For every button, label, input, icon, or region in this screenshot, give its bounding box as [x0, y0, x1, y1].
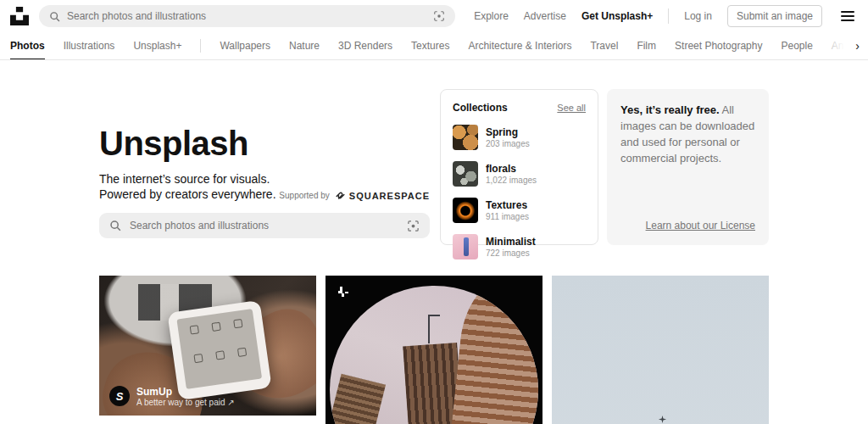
collection-name: Textures: [486, 199, 529, 211]
main-content: Unsplash The internet’s source for visua…: [99, 89, 769, 424]
nav-category-textures[interactable]: Textures: [411, 40, 449, 52]
sponsor-tagline[interactable]: A better way to get paid ↗: [136, 398, 235, 407]
squarespace-logo[interactable]: SQUARESPACE: [335, 190, 430, 201]
hero-section: Unsplash The internet’s source for visua…: [99, 89, 430, 245]
collection-item-minimalist[interactable]: Minimalist 722 images: [453, 234, 586, 259]
sponsor-overlay[interactable]: S SumUp A better way to get paid ↗: [109, 386, 235, 407]
visual-search-icon[interactable]: [407, 220, 420, 232]
collection-item-florals[interactable]: florals 1,022 images: [453, 161, 586, 187]
squarespace-icon: [335, 190, 346, 201]
nav-scroll-fade: ›: [809, 32, 868, 59]
license-link[interactable]: Learn about our License: [646, 220, 755, 232]
photo-fisheye-buildings[interactable]: [326, 276, 542, 424]
top-header: Explore Advertise Get Unsplash+ Log in S…: [0, 0, 868, 32]
sponsor-name: SQUARESPACE: [349, 191, 430, 201]
get-unsplash-plus-link[interactable]: Get Unsplash+: [581, 10, 653, 22]
collection-count: 203 images: [486, 139, 530, 148]
collection-name: Minimalist: [486, 236, 536, 248]
search-icon: [109, 220, 121, 232]
hamburger-menu-icon[interactable]: [837, 8, 858, 25]
collection-count: 1,022 images: [486, 176, 537, 185]
see-all-link[interactable]: See all: [557, 103, 586, 113]
nav-category-architecture[interactable]: Architecture & Interiors: [468, 40, 571, 52]
collection-thumbnail: [453, 234, 478, 259]
tab-illustrations[interactable]: Illustrations: [64, 32, 115, 60]
collections-title: Collections: [453, 102, 508, 114]
unsplash-logo-icon[interactable]: [10, 7, 29, 25]
license-text: Yes, it’s really free. All images can be…: [620, 103, 755, 166]
nav-category-nature[interactable]: Nature: [289, 40, 320, 52]
nav-category-wallpapers[interactable]: Wallpapers: [220, 40, 270, 52]
collection-name: Spring: [486, 126, 530, 138]
header-links: Explore Advertise Get Unsplash+ Log in S…: [474, 5, 858, 27]
sponsor-brand: SumUp: [136, 386, 235, 398]
tagline-line1: The internet’s source for visuals.: [99, 172, 270, 186]
advertise-link[interactable]: Advertise: [524, 10, 566, 22]
page-title: Unsplash: [99, 125, 430, 163]
header-search-bar[interactable]: [39, 5, 455, 27]
license-panel: Yes, it’s really free. All images can be…: [607, 89, 769, 245]
search-icon: [49, 11, 60, 22]
hero-row: Unsplash The internet’s source for visua…: [99, 89, 769, 245]
photo-sumup-ad[interactable]: S SumUp A better way to get paid ↗: [99, 276, 316, 416]
collection-item-textures[interactable]: Textures 911 images: [453, 198, 586, 223]
collection-thumbnail: [453, 125, 478, 150]
tab-photos[interactable]: Photos: [10, 32, 45, 60]
supported-by-label: Supported by: [279, 191, 330, 200]
collection-count: 722 images: [486, 248, 536, 258]
nav-category-film[interactable]: Film: [637, 40, 656, 52]
sumup-logo-icon: S: [109, 386, 130, 406]
visual-search-icon[interactable]: [433, 10, 445, 22]
explore-link[interactable]: Explore: [474, 10, 509, 22]
collections-panel: Collections See all Spring 203 images fl…: [440, 89, 598, 245]
header-divider: [668, 8, 669, 24]
nav-scroll-right-icon[interactable]: ›: [855, 39, 860, 53]
hero-search-bar[interactable]: [99, 213, 430, 238]
license-bold-text: Yes, it’s really free.: [620, 103, 720, 116]
tab-unsplash-plus[interactable]: Unsplash+: [133, 32, 181, 60]
nav-category-3d-renders[interactable]: 3D Renders: [338, 40, 392, 52]
street-lamp: [428, 315, 430, 343]
nav-divider: [200, 39, 201, 53]
collection-count: 911 images: [486, 212, 529, 221]
collection-name: florals: [486, 163, 537, 175]
login-link[interactable]: Log in: [684, 10, 712, 22]
fisheye-view: [330, 286, 538, 424]
category-nav: Photos Illustrations Unsplash+ Wallpaper…: [0, 32, 868, 60]
collection-thumbnail: [453, 161, 478, 187]
photographer-watermark-icon: [337, 286, 349, 303]
bird-silhouette: [658, 415, 665, 422]
submit-image-button[interactable]: Submit an image: [727, 5, 822, 27]
nav-category-street-photography[interactable]: Street Photography: [675, 40, 762, 52]
photo-grid: S SumUp A better way to get paid ↗: [99, 276, 769, 424]
tagline-line2: Powered by creators everywhere.: [99, 187, 276, 201]
nav-category-travel[interactable]: Travel: [590, 40, 618, 52]
collection-thumbnail: [453, 198, 478, 223]
header-search-input[interactable]: [67, 10, 426, 22]
collection-item-spring[interactable]: Spring 203 images: [453, 125, 586, 150]
hero-search-input[interactable]: [130, 220, 398, 232]
photo-pale-sky[interactable]: [552, 276, 769, 424]
